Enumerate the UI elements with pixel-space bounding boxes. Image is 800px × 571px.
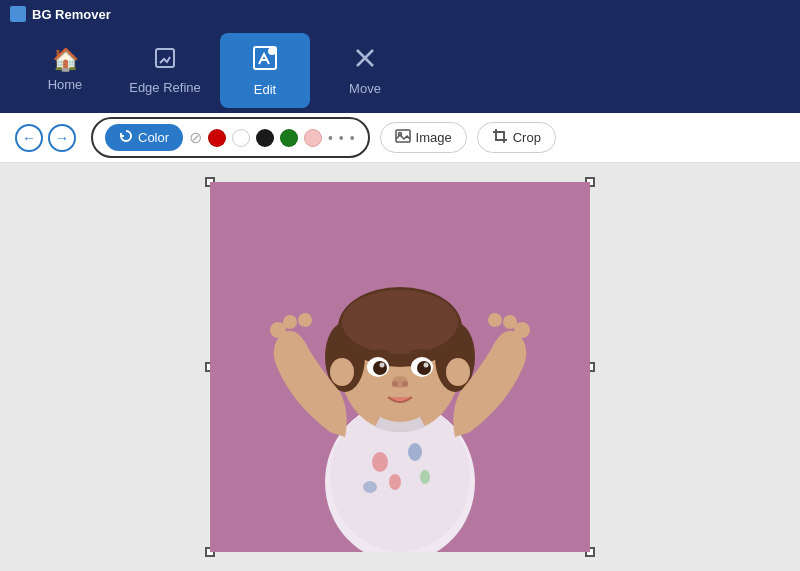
- svg-point-24: [373, 361, 387, 375]
- color-label: Color: [138, 130, 169, 145]
- svg-point-12: [420, 470, 430, 484]
- svg-point-11: [389, 474, 401, 490]
- edge-refine-icon: [153, 46, 177, 74]
- canvas-area: [0, 163, 800, 571]
- color-section: Color ⊘ • • •: [91, 117, 370, 158]
- svg-point-10: [408, 443, 422, 461]
- nav-move[interactable]: Move: [320, 33, 410, 108]
- crop-icon: [492, 128, 508, 147]
- image-container[interactable]: [210, 182, 590, 552]
- home-icon: 🏠: [52, 49, 79, 71]
- color-button[interactable]: Color: [105, 124, 183, 151]
- undo-button[interactable]: ←: [15, 124, 43, 152]
- color-rotate-icon: [119, 129, 133, 146]
- crop-label: Crop: [513, 130, 541, 145]
- svg-point-29: [392, 381, 398, 387]
- color-black[interactable]: [256, 129, 274, 147]
- navbar: 🏠 Home Edge Refine Edit Move: [0, 28, 800, 113]
- svg-point-20: [330, 358, 354, 386]
- nav-edge-refine-label: Edge Refine: [129, 80, 201, 95]
- nav-edit[interactable]: Edit: [220, 33, 310, 108]
- nav-home[interactable]: 🏠 Home: [20, 33, 110, 108]
- nav-edit-label: Edit: [254, 82, 276, 97]
- svg-point-9: [372, 452, 388, 472]
- svg-point-2: [269, 48, 275, 54]
- svg-point-30: [402, 381, 408, 387]
- image-button[interactable]: Image: [380, 122, 467, 153]
- nav-edge-refine[interactable]: Edge Refine: [120, 33, 210, 108]
- move-icon: [352, 45, 378, 75]
- toolbar: ← → Color ⊘ • • • Ima: [0, 113, 800, 163]
- nav-move-label: Move: [349, 81, 381, 96]
- svg-point-19: [342, 290, 458, 354]
- color-pink[interactable]: [304, 129, 322, 147]
- svg-rect-5: [496, 132, 504, 140]
- svg-point-13: [363, 481, 377, 493]
- svg-point-27: [424, 363, 429, 368]
- color-red[interactable]: [208, 129, 226, 147]
- photo-background: [210, 182, 590, 552]
- svg-point-25: [417, 361, 431, 375]
- nav-arrows: ← →: [15, 124, 76, 152]
- svg-point-35: [503, 315, 517, 329]
- edit-icon: [251, 44, 279, 76]
- svg-point-26: [380, 363, 385, 368]
- app-icon: [10, 6, 26, 22]
- app-title: BG Remover: [32, 7, 111, 22]
- svg-point-21: [446, 358, 470, 386]
- image-label: Image: [416, 130, 452, 145]
- svg-point-33: [298, 313, 312, 327]
- svg-point-32: [283, 315, 297, 329]
- redo-button[interactable]: →: [48, 124, 76, 152]
- svg-point-36: [488, 313, 502, 327]
- crop-button[interactable]: Crop: [477, 122, 556, 153]
- nav-home-label: Home: [48, 77, 83, 92]
- image-icon: [395, 128, 411, 147]
- titlebar: BG Remover: [0, 0, 800, 28]
- svg-rect-0: [156, 49, 174, 67]
- more-colors-button[interactable]: • • •: [328, 130, 355, 146]
- photo-svg: [210, 182, 590, 552]
- no-color-icon: ⊘: [189, 128, 202, 147]
- color-white[interactable]: [232, 129, 250, 147]
- color-green[interactable]: [280, 129, 298, 147]
